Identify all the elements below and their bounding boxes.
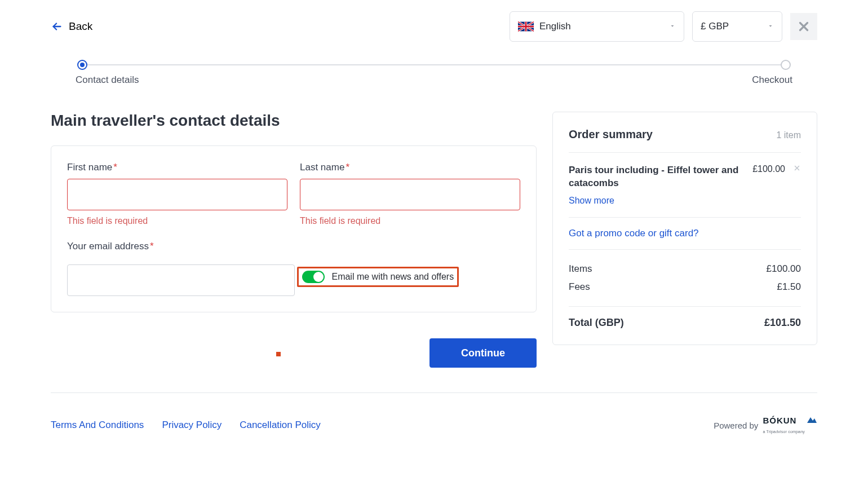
- footer-separator: [51, 392, 817, 393]
- bokun-logo: BÓKUN a Tripadvisor company: [763, 416, 817, 435]
- email-label: Your email address*: [67, 241, 520, 252]
- opt-in-label: Email me with news and offers: [331, 272, 454, 282]
- language-label: English: [539, 21, 571, 32]
- remove-item-button[interactable]: [793, 164, 801, 174]
- close-button[interactable]: [790, 13, 817, 40]
- svg-rect-5: [518, 26, 534, 28]
- powered-by-label: Powered by: [714, 421, 758, 430]
- progress-step-contact: [77, 60, 87, 70]
- progress-label-contact: Contact details: [76, 74, 139, 86]
- order-summary-card: Order summary 1 item Paris tour includin…: [552, 112, 817, 345]
- last-name-error: This field is required: [300, 216, 520, 226]
- powered-by: Powered by BÓKUN a Tripadvisor company: [714, 416, 817, 435]
- progress-stepper: Contact details Checkout: [51, 64, 817, 86]
- email-input[interactable]: [67, 264, 295, 296]
- red-marker: [276, 352, 281, 356]
- order-summary-count: 1 item: [776, 130, 801, 140]
- chevron-down-icon: [669, 21, 676, 32]
- items-value: £100.00: [767, 263, 801, 275]
- continue-button[interactable]: Continue: [429, 338, 537, 368]
- first-name-error: This field is required: [67, 216, 287, 226]
- last-name-label: Last name*: [300, 162, 520, 173]
- first-name-input[interactable]: [67, 179, 287, 210]
- opt-in-toggle[interactable]: [302, 271, 325, 283]
- show-more-link[interactable]: Show more: [569, 196, 614, 206]
- summary-item-price: £100.00: [752, 164, 785, 174]
- total-value: £101.50: [764, 317, 801, 329]
- order-summary-title: Order summary: [569, 128, 653, 141]
- chevron-down-icon: [767, 21, 774, 32]
- page-title: Main traveller's contact details: [51, 112, 537, 130]
- last-name-input[interactable]: [300, 179, 520, 210]
- progress-label-checkout: Checkout: [752, 74, 792, 86]
- cancellation-link[interactable]: Cancellation Policy: [240, 420, 321, 431]
- back-label: Back: [69, 20, 92, 33]
- arrow-left-icon: [51, 20, 63, 33]
- summary-item-name: Paris tour including - Eiffel tower and …: [569, 164, 745, 190]
- first-name-label: First name*: [67, 162, 287, 173]
- mountain-icon: [806, 416, 817, 423]
- progress-step-checkout: [781, 60, 791, 70]
- privacy-link[interactable]: Privacy Policy: [162, 420, 222, 431]
- language-selector[interactable]: English: [510, 11, 684, 42]
- fees-label: Fees: [569, 281, 590, 293]
- uk-flag-icon: [518, 21, 534, 32]
- close-icon: [793, 164, 801, 172]
- promo-code-link[interactable]: Got a promo code or gift card?: [569, 218, 801, 250]
- currency-label: £ GBP: [701, 21, 729, 32]
- fees-value: £1.50: [777, 281, 801, 293]
- currency-selector[interactable]: £ GBP: [692, 11, 782, 42]
- contact-form-card: First name* This field is required Last …: [51, 145, 537, 312]
- total-label: Total (GBP): [569, 317, 624, 329]
- close-icon: [796, 19, 811, 34]
- items-label: Items: [569, 263, 592, 275]
- back-link[interactable]: Back: [51, 20, 92, 33]
- opt-in-highlight: Email me with news and offers: [297, 267, 459, 287]
- terms-link[interactable]: Terms And Conditions: [51, 420, 144, 431]
